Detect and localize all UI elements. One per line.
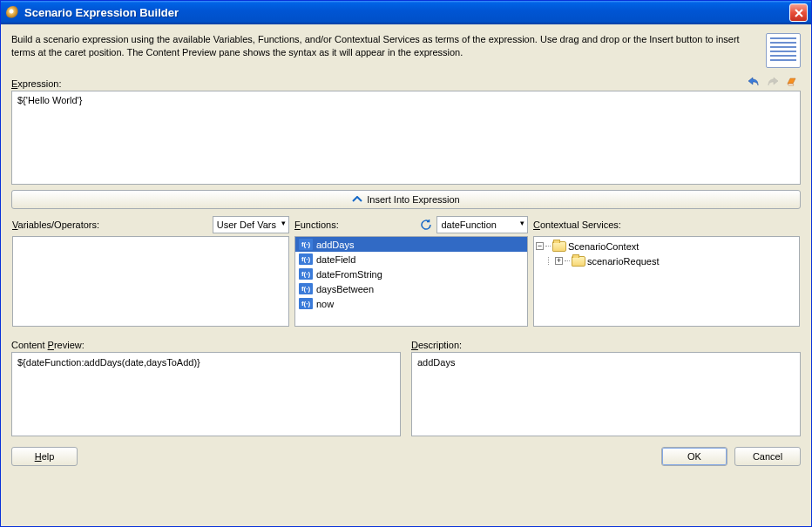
function-icon: f(·) — [299, 283, 313, 294]
tree-node-child[interactable]: + scenarioRequest — [536, 253, 797, 268]
expression-label: Expression: — [11, 78, 61, 89]
function-item-label: dateFromString — [316, 269, 382, 280]
content-area: Build a scenario expression using the av… — [1, 24, 811, 526]
undo-button[interactable] — [745, 73, 762, 89]
preview-row: Content Preview: ${dateFunction:addDays(… — [11, 336, 801, 436]
middle-panels: Variables/Operators: User Def Vars Funct… — [11, 214, 801, 328]
ok-button[interactable]: OK — [661, 447, 727, 466]
help-label: elp — [42, 451, 55, 462]
chevron-up-icon — [352, 196, 362, 203]
content-preview-label: Content Preview: — [11, 340, 401, 350]
functions-dropdown[interactable]: dateFunction — [436, 216, 528, 233]
footer: Help OK Cancel — [11, 447, 801, 466]
function-item-label: addDays — [316, 240, 354, 250]
document-icon — [766, 33, 801, 68]
function-item-label: now — [316, 299, 334, 309]
refresh-icon[interactable] — [419, 218, 433, 232]
titlebar: Scenario Expression Builder — [1, 1, 811, 24]
function-icon: f(·) — [299, 298, 313, 309]
content-preview-section: Content Preview: ${dateFunction:addDays(… — [11, 336, 401, 436]
variables-list[interactable] — [12, 236, 289, 327]
description-section: Description: addDays — [411, 336, 801, 436]
clear-button[interactable] — [783, 73, 801, 89]
tree-collapse-icon[interactable]: − — [536, 242, 544, 250]
dialog-window: Scenario Expression Builder Build a scen… — [0, 0, 812, 527]
app-icon — [6, 6, 20, 20]
functions-panel: Functions: dateFunction f(·)addDaysf(·)d… — [294, 214, 529, 328]
contextual-panel: Contextual Services: − ScenarioContext + — [532, 214, 801, 328]
help-button[interactable]: Help — [11, 447, 78, 466]
variables-label: Variables/Operators: — [12, 220, 99, 230]
functions-label: Functions: — [294, 220, 339, 230]
folder-icon — [552, 241, 566, 252]
window-title: Scenario Expression Builder — [24, 6, 789, 19]
tree-node-label: ScenarioContext — [568, 241, 639, 252]
variables-dropdown[interactable]: User Def Vars — [213, 216, 289, 233]
function-icon: f(·) — [299, 253, 313, 265]
variables-panel: Variables/Operators: User Def Vars — [11, 214, 290, 328]
tree-node-root[interactable]: − ScenarioContext — [536, 239, 797, 253]
expression-section: Expression: — [11, 73, 801, 185]
contextual-label: Contextual Services: — [533, 220, 621, 230]
tree-node-label: scenarioRequest — [587, 256, 660, 267]
description-box: addDays — [411, 352, 801, 436]
folder-icon — [572, 256, 585, 267]
instructions-text: Build a scenario expression using the av… — [11, 33, 757, 60]
function-icon: f(·) — [299, 268, 313, 280]
tree-expand-icon[interactable]: + — [555, 257, 563, 265]
function-item[interactable]: f(·)now — [295, 296, 527, 311]
function-icon: f(·) — [299, 239, 313, 250]
expression-input[interactable] — [11, 91, 801, 185]
functions-list[interactable]: f(·)addDaysf(·)dateFieldf(·)dateFromStri… — [294, 236, 528, 327]
function-item[interactable]: f(·)addDays — [295, 237, 527, 252]
insert-button-label: Insert Into Expression — [367, 194, 459, 205]
description-label: Description: — [411, 340, 801, 350]
close-button[interactable] — [789, 3, 808, 22]
redo-button[interactable] — [764, 73, 782, 89]
function-item-label: dateField — [316, 254, 355, 265]
instructions-row: Build a scenario expression using the av… — [11, 33, 801, 68]
function-item[interactable]: f(·)daysBetween — [295, 281, 527, 296]
function-item[interactable]: f(·)dateField — [295, 252, 527, 267]
function-item-label: daysBetween — [316, 284, 374, 294]
content-preview-box: ${dateFunction:addDays(date,daysToAdd)} — [11, 352, 401, 436]
contextual-tree[interactable]: − ScenarioContext + scenarioRequest — [533, 236, 800, 327]
insert-into-expression-button[interactable]: Insert Into Expression — [11, 190, 801, 209]
cancel-button[interactable]: Cancel — [734, 447, 801, 466]
function-item[interactable]: f(·)dateFromString — [295, 267, 527, 281]
